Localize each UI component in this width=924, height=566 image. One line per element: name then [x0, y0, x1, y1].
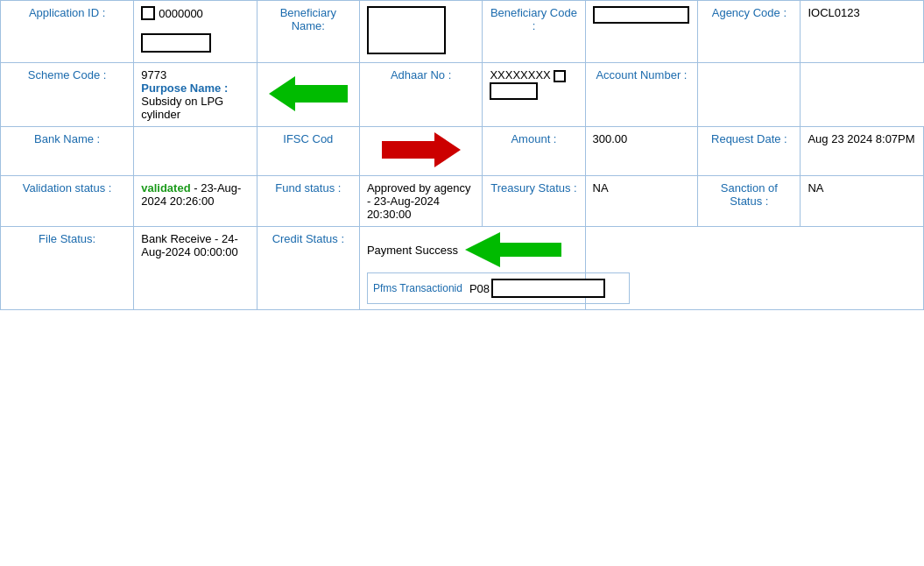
account-number-value — [698, 63, 801, 127]
application-id-input[interactable] — [141, 33, 211, 53]
sanction-status-value: NA — [801, 176, 924, 227]
pfms-label: Pfms Transactionid — [373, 282, 462, 294]
amount-label: Amount : — [483, 127, 585, 176]
adhaar-input[interactable] — [490, 82, 538, 100]
adhaar-checkbox-icon — [554, 70, 566, 82]
adhaar-label: Adhaar No : — [359, 63, 483, 127]
svg-marker-2 — [465, 232, 561, 267]
svg-marker-1 — [382, 132, 461, 167]
beneficiary-code-input[interactable] — [593, 6, 689, 24]
empty-cell — [585, 227, 923, 310]
sanction-status-label: Sanction of Status : — [698, 176, 801, 227]
file-status-value: Bank Receive - 24-Aug-2024 00:00:00 — [134, 227, 257, 310]
bank-name-label: Bank Name : — [1, 127, 134, 176]
ifsc-arrow — [359, 127, 483, 176]
agency-code-value: IOCL0123 — [801, 1, 924, 63]
scheme-code-value: 9773 Purpose Name : Subsidy on LPG cylin… — [134, 63, 257, 127]
credit-status-area: Payment Success Pfms Transactionid P08 — [359, 227, 585, 310]
pfms-box: Pfms Transactionid P08 — [367, 272, 630, 304]
pfms-input[interactable] — [491, 279, 605, 298]
beneficiary-name-input[interactable] — [367, 6, 446, 54]
treasury-status-value: NA — [585, 176, 698, 227]
application-id-label: Application ID : — [1, 1, 134, 63]
agency-code-label: Agency Code : — [698, 1, 801, 63]
green-arrow-icon-2 — [465, 232, 561, 267]
beneficiary-code-value — [585, 1, 698, 63]
green-arrow-icon — [269, 76, 348, 111]
red-arrow-icon — [382, 132, 461, 167]
svg-marker-0 — [269, 76, 348, 111]
validation-status-label: Validation status : — [1, 176, 134, 227]
pfms-value: P08 — [469, 279, 605, 298]
treasury-status-label: Treasury Status : — [483, 176, 585, 227]
amount-value: 300.00 — [585, 127, 698, 176]
file-status-label: File Status: — [1, 227, 134, 310]
request-date-label: Request Date : — [698, 127, 801, 176]
ifsc-label: IFSC Cod — [257, 127, 359, 176]
arrow-green-row2 — [257, 63, 359, 127]
beneficiary-name-value — [359, 1, 483, 63]
validation-status-value: validated - 23-Aug-2024 20:26:00 — [134, 176, 257, 227]
credit-status-label: Credit Status : — [257, 227, 359, 310]
application-id-value: 0000000 — [134, 1, 257, 63]
beneficiary-code-label: Beneficiary Code : — [483, 1, 585, 63]
adhaar-value: XXXXXXXX — [483, 63, 585, 127]
beneficiary-name-label: Beneficiary Name: — [257, 1, 359, 63]
request-date-value: Aug 23 2024 8:07PM — [801, 127, 924, 176]
bank-name-value — [134, 127, 257, 176]
checkbox-icon — [141, 6, 155, 20]
account-number-label: Account Number : — [585, 63, 698, 127]
fund-status-label: Fund status : — [257, 176, 359, 227]
fund-status-value: Approved by agency - 23-Aug-2024 20:30:0… — [359, 176, 483, 227]
scheme-code-label: Scheme Code : — [1, 63, 134, 127]
